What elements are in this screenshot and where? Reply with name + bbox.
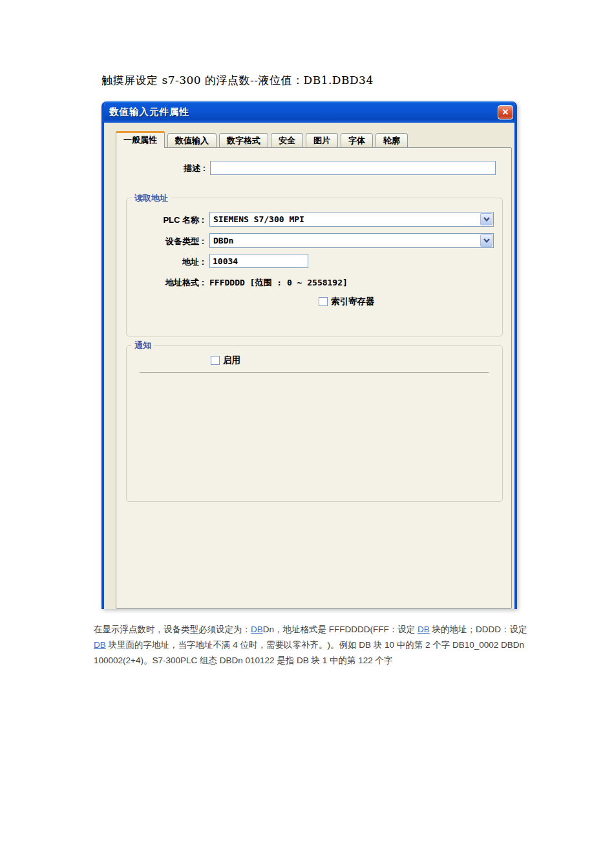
notification-group: 通知 启用	[126, 345, 503, 502]
tab-bar: 一般属性 数值输入 数字格式 安全 图片 字体 轮廓	[116, 131, 512, 147]
description-input[interactable]	[210, 161, 496, 175]
checkbox-icon[interactable]	[319, 297, 328, 306]
note-text: 在显示浮点数时，设备类型必须设定为：	[94, 625, 251, 634]
note-text: Dn，地址格式是 FFFDDDD(FFF：设定	[263, 625, 418, 634]
tab-font[interactable]: 字体	[341, 133, 373, 147]
chevron-down-icon	[483, 238, 490, 243]
index-register-checkbox[interactable]: 索引寄存器	[319, 296, 375, 307]
tab-security[interactable]: 安全	[271, 133, 303, 147]
general-properties-panel: 描述 : 读取地址 PLC 名称 : SIEMENS S7/300 MPI 设备…	[116, 147, 512, 609]
chevron-down-icon	[483, 217, 490, 222]
description-label: 描述 :	[116, 163, 206, 174]
plc-name-select[interactable]: SIEMENS S7/300 MPI	[209, 212, 494, 227]
tab-general-properties[interactable]: 一般属性	[116, 131, 165, 148]
numeric-input-properties-dialog: 数值输入元件属性 ✕ 一般属性 数值输入 数字格式 安全 图片 字体 轮廓 描述…	[101, 101, 517, 609]
address-format-label: 地址格式 :	[127, 277, 204, 289]
enable-checkbox[interactable]: 启用	[211, 355, 240, 366]
page-title: 触摸屏设定 s7-300 的浮点数--液位值：DB1.DBD34	[101, 73, 515, 88]
index-register-label: 索引寄存器	[331, 296, 375, 307]
close-button[interactable]: ✕	[498, 105, 513, 119]
notification-group-title: 通知	[132, 340, 154, 351]
note-text: 块里面的字地址，当字地址不满 4 位时，需要以零补齐。)。例如 DB 块 10 …	[94, 640, 524, 665]
read-address-group-title: 读取地址	[132, 192, 171, 204]
footer-note: 在显示浮点数时，设备类型必须设定为：DBDn，地址格式是 FFFDDDD(FFF…	[94, 622, 531, 668]
address-format-value: FFFDDDD [范围 : 0 ~ 2558192]	[209, 277, 348, 289]
close-icon: ✕	[502, 107, 509, 117]
note-text: 块的地址；DDDD：设定	[430, 625, 527, 634]
dialog-title: 数值输入元件属性	[109, 106, 189, 118]
notification-divider	[140, 372, 489, 373]
device-type-select[interactable]: DBDn	[209, 233, 494, 248]
tab-outline[interactable]: 轮廓	[376, 133, 408, 147]
db-link[interactable]: DB	[418, 625, 430, 634]
checkbox-icon[interactable]	[211, 356, 220, 365]
address-input[interactable]	[209, 254, 308, 268]
address-label: 地址 :	[127, 256, 204, 268]
device-type-label: 设备类型 :	[127, 236, 204, 247]
plc-name-dropdown-button[interactable]	[480, 213, 492, 225]
enable-label: 启用	[223, 355, 240, 366]
tab-picture[interactable]: 图片	[306, 133, 338, 147]
plc-name-label: PLC 名称 :	[127, 214, 204, 226]
read-address-group: 读取地址 PLC 名称 : SIEMENS S7/300 MPI 设备类型 : …	[126, 198, 503, 336]
device-type-value: DBDn	[210, 236, 480, 245]
tab-numeric-input[interactable]: 数值输入	[167, 133, 217, 147]
db-link[interactable]: DB	[251, 625, 263, 634]
db-link[interactable]: DB	[94, 640, 106, 650]
tab-number-format[interactable]: 数字格式	[219, 133, 268, 147]
plc-name-value: SIEMENS S7/300 MPI	[210, 214, 480, 224]
device-type-dropdown-button[interactable]	[480, 234, 492, 247]
dialog-titlebar[interactable]: 数值输入元件属性 ✕	[101, 101, 517, 123]
